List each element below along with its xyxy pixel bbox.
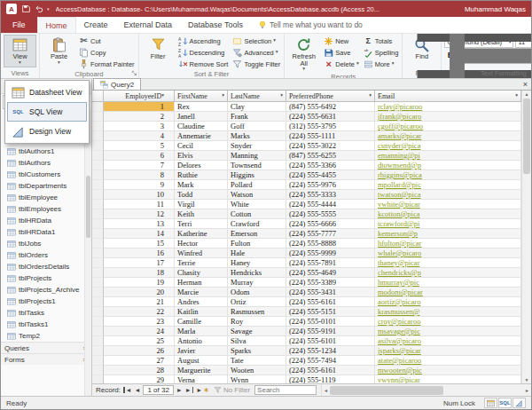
cell-lastname[interactable]: Crawford bbox=[228, 219, 286, 229]
cell-email[interactable]: amarks@picar bbox=[375, 131, 521, 141]
cell-preferredphone[interactable]: (224) 555-9191 bbox=[286, 327, 375, 336]
cell-employeeid[interactable]: 15 bbox=[104, 239, 175, 248]
cell-preferredphone[interactable]: (224) 555-4444 bbox=[286, 200, 375, 209]
nav-section-queries[interactable]: Queries» bbox=[1, 342, 91, 353]
customize-qat-icon[interactable]: ▾ bbox=[47, 6, 50, 12]
cell-email[interactable]: rhiggins@pica bbox=[375, 170, 521, 180]
cell-lastname[interactable]: Silva bbox=[228, 336, 286, 346]
cell-preferredphone[interactable]: (224) 555-4455 bbox=[286, 170, 375, 180]
cell-firstname[interactable]: Rex bbox=[175, 102, 228, 112]
cell-email[interactable]: hfulton@picar bbox=[375, 239, 521, 248]
close-document-button[interactable]: × bbox=[523, 79, 528, 91]
view-menu-item-datasheet-view[interactable]: Datasheet View bbox=[7, 83, 87, 102]
cell-firstname[interactable]: Janell bbox=[175, 112, 228, 122]
copy-button[interactable]: Copy bbox=[78, 47, 136, 58]
cell-firstname[interactable]: Marcie bbox=[175, 288, 228, 297]
cell-preferredphone[interactable]: (224) 555-4649 bbox=[286, 268, 375, 278]
cell-firstname[interactable]: Chasity bbox=[175, 268, 228, 278]
horizontal-scroll-track[interactable] bbox=[329, 386, 524, 395]
cell-email[interactable]: kemerson@p bbox=[375, 229, 521, 239]
cell-lastname[interactable]: Clay bbox=[228, 102, 286, 112]
column-header-firstname[interactable]: FirstName▾ bbox=[175, 91, 228, 102]
toggle-filter-button[interactable]: Toggle Filter bbox=[231, 59, 281, 69]
cell-firstname[interactable]: Andres bbox=[175, 297, 228, 307]
cell-firstname[interactable]: Marguerite bbox=[175, 366, 228, 375]
cell-email[interactable]: whale@picaro bbox=[375, 248, 521, 258]
cell-firstname[interactable]: August bbox=[175, 356, 228, 366]
cell-preferredphone[interactable]: (224) 555-1119 bbox=[286, 375, 375, 383]
dialog-launcher-icon[interactable] bbox=[131, 70, 137, 76]
nav-item-tblprojects[interactable]: tblProjects bbox=[1, 272, 91, 284]
new-button[interactable]: New bbox=[323, 35, 359, 46]
record-selector[interactable] bbox=[92, 317, 104, 327]
tell-me-box[interactable]: Tell me what you want to do bbox=[251, 17, 370, 33]
cell-preferredphone[interactable]: (224) 555-1111 bbox=[286, 131, 375, 141]
user-name[interactable]: Muhammad Waqas bbox=[465, 5, 526, 13]
cell-email[interactable]: msavage@pic bbox=[375, 327, 521, 336]
record-selector[interactable] bbox=[92, 268, 104, 278]
cell-firstname[interactable]: Herman bbox=[175, 278, 228, 288]
cell-employeeid[interactable]: 5 bbox=[104, 141, 175, 151]
design-view-button[interactable] bbox=[512, 398, 526, 408]
cell-lastname[interactable]: Roy bbox=[228, 317, 286, 327]
nav-item-tbldepartments[interactable]: tblDepartments bbox=[1, 180, 91, 192]
filter-indicator[interactable]: No Filter bbox=[214, 386, 250, 394]
access-app-icon[interactable]: A bbox=[6, 4, 17, 14]
nav-item-tblhrdata1[interactable]: tblHRData1 bbox=[1, 226, 91, 238]
cell-lastname[interactable]: Murray bbox=[228, 278, 286, 288]
cell-employeeid[interactable]: 10 bbox=[104, 190, 175, 200]
cell-preferredphone[interactable]: (224) 555-3333 bbox=[286, 190, 375, 200]
scroll-up-icon[interactable]: ▲ bbox=[525, 91, 529, 97]
cell-lastname[interactable]: Pollard bbox=[228, 180, 286, 190]
nav-item-tblcustomers[interactable]: tblCustomers bbox=[1, 169, 91, 180]
cell-firstname[interactable]: Keith bbox=[175, 209, 228, 219]
cell-employeeid[interactable]: 14 bbox=[104, 229, 175, 239]
cell-firstname[interactable]: Terri bbox=[175, 219, 228, 229]
record-selector[interactable] bbox=[92, 209, 104, 219]
cell-email[interactable]: thaney@picar bbox=[375, 258, 521, 268]
cell-firstname[interactable]: Virgil bbox=[175, 200, 228, 209]
horizontal-scrollbar[interactable]: ◄ ► bbox=[321, 384, 531, 396]
cell-firstname[interactable]: Katherine bbox=[175, 229, 228, 239]
cell-firstname[interactable]: Antonio bbox=[175, 336, 228, 346]
cell-preferredphone[interactable]: (224) 555-6666 bbox=[286, 219, 375, 229]
record-selector[interactable] bbox=[92, 141, 104, 151]
cell-firstname[interactable]: Camille bbox=[175, 317, 228, 327]
cell-email[interactable]: croy@picaroo bbox=[375, 317, 521, 327]
cell-preferredphone[interactable]: (224) 555-3389 bbox=[286, 278, 375, 288]
record-selector[interactable] bbox=[92, 122, 104, 131]
vertical-scroll-thumb[interactable] bbox=[523, 99, 530, 174]
first-record-button[interactable]: ◄ bbox=[123, 387, 131, 393]
cell-email[interactable]: emanning@pi bbox=[375, 151, 521, 161]
cell-employeeid[interactable]: 19 bbox=[104, 278, 175, 288]
cell-firstname[interactable]: Javier bbox=[175, 346, 228, 356]
cell-email[interactable]: vwynn@picar bbox=[375, 375, 521, 383]
record-selector[interactable] bbox=[92, 190, 104, 200]
cell-firstname[interactable]: Delores bbox=[175, 161, 228, 170]
cell-email[interactable]: aortiz@picaro bbox=[375, 297, 521, 307]
cell-employeeid[interactable]: 9 bbox=[104, 180, 175, 190]
nav-item-tblhrdata[interactable]: tblHRData bbox=[1, 215, 91, 226]
cell-employeeid[interactable]: 26 bbox=[104, 346, 175, 356]
cell-preferredphone[interactable]: (312) 555-3795 bbox=[286, 122, 375, 131]
nav-item-tblauthors[interactable]: tblAuthors bbox=[1, 157, 91, 169]
next-record-button[interactable]: ► bbox=[176, 387, 183, 393]
select-all-corner[interactable] bbox=[92, 91, 104, 102]
tab-create[interactable]: Create bbox=[76, 17, 116, 33]
cell-employeeid[interactable]: 1 bbox=[104, 102, 175, 112]
cell-firstname[interactable]: Ruthie bbox=[175, 170, 228, 180]
nav-item-tblauthors1[interactable]: tblAuthors1 bbox=[1, 146, 91, 157]
nav-item-tblorders[interactable]: tblOrders bbox=[1, 249, 91, 261]
cell-lastname[interactable]: Savage bbox=[228, 327, 286, 336]
cell-lastname[interactable]: Haney bbox=[228, 258, 286, 268]
tab-file[interactable]: File bbox=[1, 17, 37, 33]
cell-email[interactable]: asilva@picaro bbox=[375, 336, 521, 346]
tab-database-tools[interactable]: Database Tools bbox=[180, 17, 251, 33]
cell-preferredphone[interactable]: (224) 555-7494 bbox=[286, 356, 375, 366]
column-header-email[interactable]: Email▾ bbox=[375, 91, 521, 102]
cell-lastname[interactable]: Townsend bbox=[228, 161, 286, 170]
save-button[interactable]: Save bbox=[323, 47, 359, 58]
cell-lastname[interactable]: Sparks bbox=[228, 346, 286, 356]
format-painter-button[interactable]: Format Painter bbox=[78, 59, 136, 69]
cell-lastname[interactable]: Frank bbox=[228, 112, 286, 122]
